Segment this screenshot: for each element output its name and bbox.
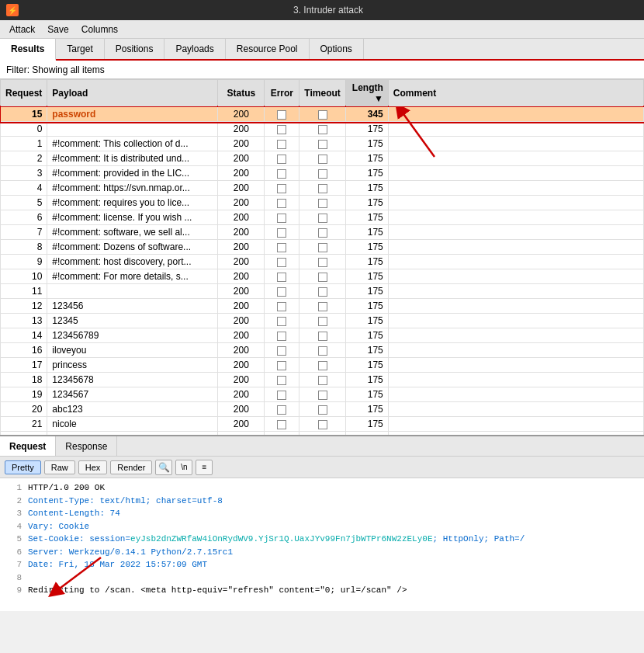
header-status[interactable]: Status bbox=[218, 80, 265, 107]
btn-hex[interactable]: Hex bbox=[78, 460, 108, 474]
table-row[interactable]: 0200175 bbox=[1, 122, 644, 137]
cell-comment bbox=[388, 225, 643, 240]
btn-render[interactable]: Render bbox=[110, 460, 152, 474]
cell-error bbox=[265, 387, 299, 402]
btn-pretty[interactable]: Pretty bbox=[5, 460, 41, 474]
cell-request: 11 bbox=[1, 284, 47, 299]
tab-resource-pool[interactable]: Resource Pool bbox=[226, 39, 310, 59]
btn-raw[interactable]: Raw bbox=[44, 460, 75, 474]
cell-length: 175 bbox=[345, 137, 388, 151]
btn-wrap-icon[interactable]: ≡ bbox=[196, 460, 213, 475]
cell-payload: iloveyou bbox=[47, 343, 218, 358]
cell-comment bbox=[388, 240, 643, 255]
cell-length: 175 bbox=[345, 402, 388, 417]
table-row[interactable]: 5#!comment: requires you to lice...20017… bbox=[1, 196, 644, 210]
cell-timeout bbox=[299, 255, 345, 269]
cell-request: 8 bbox=[1, 240, 47, 255]
menu-attack[interactable]: Attack bbox=[3, 23, 41, 36]
header-comment[interactable]: Comment bbox=[388, 80, 643, 107]
table-row[interactable]: 9#!comment: host discovery, port...20017… bbox=[1, 255, 644, 269]
table-row[interactable]: 20abc123200175 bbox=[1, 402, 644, 417]
btn-newline-icon[interactable]: \n bbox=[175, 460, 192, 475]
table-row[interactable]: 17princess200175 bbox=[1, 358, 644, 373]
cell-request: 18 bbox=[1, 373, 47, 387]
cell-timeout bbox=[299, 284, 345, 299]
cell-comment bbox=[388, 358, 643, 373]
table-row[interactable]: 10#!comment: For more details, s...20017… bbox=[1, 269, 644, 284]
cell-payload: #!comment: It is distributed und... bbox=[47, 151, 218, 166]
header-length[interactable]: Length ▼ bbox=[345, 80, 388, 107]
cell-error bbox=[265, 417, 299, 432]
cell-status: 200 bbox=[218, 137, 265, 151]
table-row[interactable]: 191234567200175 bbox=[1, 387, 644, 402]
table-row[interactable]: 6#!comment: license. If you wish ...2001… bbox=[1, 210, 644, 225]
table-row[interactable]: 15password200345 bbox=[1, 107, 644, 122]
cell-error bbox=[265, 255, 299, 269]
table-row[interactable]: 7#!comment: software, we sell al...20017… bbox=[1, 225, 644, 240]
tab-positions[interactable]: Positions bbox=[105, 39, 165, 59]
tab-target[interactable]: Target bbox=[56, 39, 104, 59]
table-row[interactable]: 1812345678200175 bbox=[1, 373, 644, 387]
cell-payload: 123456789 bbox=[47, 328, 218, 343]
cell-request: 17 bbox=[1, 358, 47, 373]
header-timeout[interactable]: Timeout bbox=[299, 80, 345, 107]
table-row[interactable]: 22daniel200175 bbox=[1, 432, 644, 437]
cell-comment bbox=[388, 387, 643, 402]
cell-error bbox=[265, 299, 299, 314]
cell-timeout bbox=[299, 196, 345, 210]
tab-results[interactable]: Results bbox=[0, 39, 56, 61]
table-row[interactable]: 1312345200175 bbox=[1, 314, 644, 328]
cell-status: 200 bbox=[218, 107, 265, 122]
cell-length: 175 bbox=[345, 299, 388, 314]
table-row[interactable]: 8#!comment: Dozens of software...200175 bbox=[1, 240, 644, 255]
cell-comment bbox=[388, 151, 643, 166]
cell-comment bbox=[388, 299, 643, 314]
table-row[interactable]: 4#!comment: https://svn.nmap.or...200175 bbox=[1, 181, 644, 196]
code-line-7: 7 Date: Fri, 18 Mar 2022 15:57:09 GMT bbox=[6, 558, 638, 571]
cell-status: 200 bbox=[218, 432, 265, 437]
cell-status: 200 bbox=[218, 166, 265, 181]
table-row[interactable]: 3#!comment: provided in the LIC...200175 bbox=[1, 166, 644, 181]
cell-status: 200 bbox=[218, 269, 265, 284]
tab-options[interactable]: Options bbox=[310, 39, 364, 59]
table-row[interactable]: 12123456200175 bbox=[1, 299, 644, 314]
header-payload[interactable]: Payload bbox=[47, 80, 218, 107]
table-row[interactable]: 16iloveyou200175 bbox=[1, 343, 644, 358]
cell-timeout bbox=[299, 314, 345, 328]
cell-request: 14 bbox=[1, 328, 47, 343]
tab-request[interactable]: Request bbox=[0, 436, 56, 456]
cell-comment bbox=[388, 122, 643, 137]
cell-request: 19 bbox=[1, 387, 47, 402]
cell-status: 200 bbox=[218, 210, 265, 225]
cell-length: 345 bbox=[345, 107, 388, 122]
table-row[interactable]: 1#!comment: This collection of d...20017… bbox=[1, 137, 644, 151]
cell-length: 175 bbox=[345, 255, 388, 269]
menu-columns[interactable]: Columns bbox=[75, 23, 124, 36]
header-error[interactable]: Error bbox=[265, 80, 299, 107]
table-row[interactable]: 2#!comment: It is distributed und...2001… bbox=[1, 151, 644, 166]
tab-payloads[interactable]: Payloads bbox=[164, 39, 225, 59]
cell-payload: #!comment: Dozens of software... bbox=[47, 240, 218, 255]
btn-search-icon[interactable]: 🔍 bbox=[155, 460, 172, 475]
header-request[interactable]: Request bbox=[1, 80, 47, 107]
cell-payload: #!comment: software, we sell al... bbox=[47, 225, 218, 240]
cell-timeout bbox=[299, 225, 345, 240]
tab-response[interactable]: Response bbox=[56, 436, 117, 456]
cell-error bbox=[265, 343, 299, 358]
cell-timeout bbox=[299, 432, 345, 437]
cell-payload: #!comment: license. If you wish ... bbox=[47, 210, 218, 225]
cell-error bbox=[265, 166, 299, 181]
cell-timeout bbox=[299, 387, 345, 402]
table-row[interactable]: 11200175 bbox=[1, 284, 644, 299]
cell-request: 2 bbox=[1, 151, 47, 166]
cell-timeout bbox=[299, 240, 345, 255]
menu-save[interactable]: Save bbox=[41, 23, 74, 36]
cell-comment bbox=[388, 314, 643, 328]
cell-payload: 123456 bbox=[47, 299, 218, 314]
table-row[interactable]: 14123456789200175 bbox=[1, 328, 644, 343]
cell-request: 21 bbox=[1, 417, 47, 432]
cell-status: 200 bbox=[218, 255, 265, 269]
menu-bar: Attack Save Columns bbox=[0, 20, 644, 39]
table-row[interactable]: 21nicole200175 bbox=[1, 417, 644, 432]
cell-status: 200 bbox=[218, 225, 265, 240]
